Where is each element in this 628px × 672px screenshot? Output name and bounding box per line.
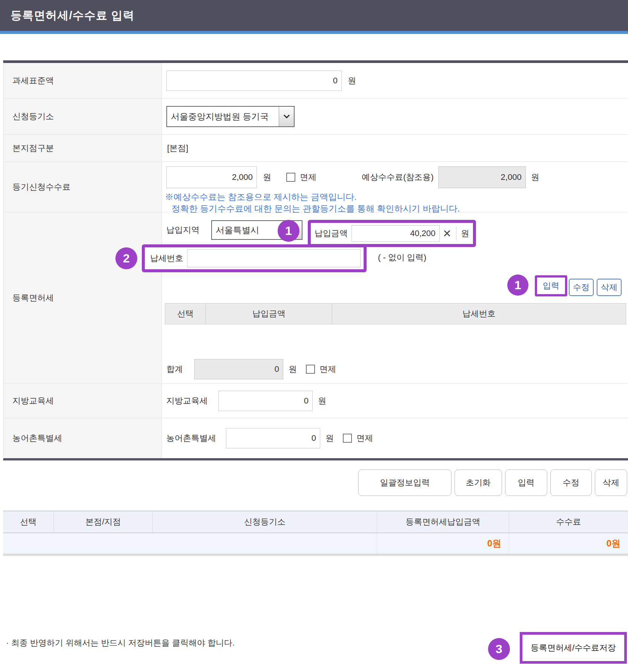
- pay-region-selected: 서울특별시: [212, 221, 287, 239]
- education-tax-label: 지방교육세: [12, 395, 54, 407]
- rural-tax-input[interactable]: [226, 428, 320, 448]
- summary-cell-select: [3, 533, 54, 554]
- total-exempt-checkbox[interactable]: [306, 365, 315, 374]
- license-total-line: 합계 원 면제: [166, 359, 336, 380]
- row-registry-office: 신청등기소 서울중앙지방법원 등기국: [3, 99, 628, 135]
- row-rural-tax: 농어촌특별세 농어촌특별세 원 면제: [3, 418, 628, 458]
- summary-cell-license-amount: 0원: [377, 533, 509, 554]
- clear-amount-icon[interactable]: ✕: [443, 227, 451, 240]
- tax-base-input[interactable]: [166, 71, 342, 91]
- step-3-badge: 3: [488, 638, 510, 660]
- grid-header-select: 선택: [165, 304, 206, 324]
- registry-office-selected: 서울중앙지방법원 등기국: [167, 107, 279, 126]
- license-input-button[interactable]: 입력: [535, 275, 567, 296]
- application-fee-input[interactable]: [166, 166, 257, 188]
- title-underline: [0, 31, 628, 34]
- estimate-fee-label: 예상수수료(참조용): [362, 172, 434, 183]
- grid-header-amount: 납입금액: [206, 304, 332, 324]
- rural-tax-field-label: 농어촌특별세: [166, 433, 216, 444]
- summary-header-license-amount: 등록면허세납입금액: [377, 511, 509, 532]
- license-edit-button[interactable]: 수정: [569, 279, 594, 296]
- edit-button[interactable]: 수정: [550, 469, 592, 496]
- summary-cell-branch: [54, 533, 152, 554]
- rural-tax-exempt-checkbox[interactable]: [343, 434, 352, 443]
- pay-amount-unit: 원: [461, 228, 469, 239]
- fee-note-line1: ※예상수수료는 참조용으로 제시하는 금액입니다.: [165, 191, 628, 203]
- summary-header: 선택 본점/지점 신청등기소 등록면허세납입금액 수수료: [3, 511, 628, 533]
- total-unit: 원: [289, 364, 297, 375]
- step-1-badge: 1: [278, 220, 299, 242]
- education-tax-input[interactable]: [218, 391, 313, 411]
- highlight-box-pay-amount: 납입금액 ✕ 원: [308, 220, 476, 247]
- education-tax-unit: 원: [318, 395, 326, 407]
- application-fee-unit: 원: [263, 172, 271, 183]
- summary-header-select: 선택: [3, 511, 54, 532]
- tax-base-label: 과세표준액: [12, 75, 54, 86]
- summary-data-row[interactable]: 0원 0원: [3, 533, 628, 556]
- bulk-info-input-button[interactable]: 일괄정보입력: [358, 469, 451, 496]
- license-grid-header: 선택 납입금액 납세번호: [165, 303, 626, 324]
- total-exempt-label: 면제: [319, 364, 336, 375]
- page: 등록면허세/수수료 입력 과세표준액 원 신청등기소 서울중앙지방법원 등기국: [0, 0, 628, 672]
- license-delete-button[interactable]: 삭제: [597, 279, 622, 296]
- page-title: 등록면허세/수수료 입력: [11, 8, 135, 23]
- title-bar: 등록면허세/수수료 입력: [0, 0, 628, 31]
- save-reminder-note: · 최종 반영하기 위해서는 반드시 저장버튼을 클릭해야 합니다.: [6, 637, 235, 649]
- license-tax-label: 등록면허세: [12, 292, 54, 304]
- divider: [456, 226, 456, 241]
- application-fee-exempt-checkbox[interactable]: [286, 173, 295, 182]
- rural-tax-unit: 원: [326, 433, 334, 444]
- input-button[interactable]: 입력: [505, 469, 547, 496]
- reset-button[interactable]: 초기화: [454, 469, 502, 496]
- rural-tax-exempt-label: 면제: [356, 433, 373, 444]
- fee-notes: ※예상수수료는 참조용으로 제시하는 금액입니다. 정확한 등기수수료에 대한 …: [165, 191, 628, 215]
- grid-header-tax-number: 납세번호: [332, 304, 626, 324]
- row-education-tax: 지방교육세 지방교육세 원: [3, 384, 628, 418]
- tax-number-input[interactable]: [187, 249, 361, 267]
- save-license-fee-button[interactable]: 등록면허세/수수료저장: [520, 632, 627, 664]
- pay-amount-label: 납입금액: [311, 228, 348, 239]
- education-tax-field-label: 지방교육세: [166, 395, 208, 407]
- row-tax-base: 과세표준액 원: [3, 63, 628, 99]
- summary-cell-fee: 0원: [509, 533, 628, 554]
- summary-header-registry: 신청등기소: [152, 511, 377, 532]
- highlight-box-tax-number: 납세번호: [142, 244, 367, 272]
- step-2-badge: 2: [115, 247, 137, 269]
- pay-region-label: 납입지역: [166, 220, 200, 240]
- registry-office-label: 신청등기소: [12, 111, 54, 122]
- summary-header-fee: 수수료: [509, 511, 628, 532]
- rural-tax-label: 농어촌특별세: [12, 433, 62, 444]
- total-label: 합계: [166, 364, 183, 375]
- summary-table: 선택 본점/지점 신청등기소 등록면허세납입금액 수수료 0원 0원: [3, 511, 628, 556]
- estimate-fee-unit: 원: [531, 172, 539, 183]
- branch-type-label: 본지점구분: [12, 143, 54, 154]
- branch-type-value: [본점]: [167, 143, 188, 154]
- step-1-badge-buttons: 1: [507, 275, 528, 296]
- application-fee-exempt-label: 면제: [300, 172, 316, 183]
- pay-amount-input[interactable]: [352, 225, 440, 242]
- tax-number-label: 납세번호: [145, 253, 183, 264]
- row-application-fee: 등기신청수수료 원 면제 예상수수료(참조용) 원 ※예상수수료는 참조용으로 …: [3, 162, 628, 212]
- total-input: [194, 359, 283, 379]
- chevron-down-icon: [279, 107, 294, 126]
- summary-header-branch: 본점/지점: [54, 511, 152, 532]
- delete-button[interactable]: 삭제: [595, 469, 627, 496]
- tax-base-unit: 원: [348, 75, 356, 86]
- summary-cell-registry: [152, 533, 377, 554]
- tax-number-hint: ( - 없이 입력): [378, 244, 426, 271]
- application-fee-label: 등기신청수수료: [12, 181, 71, 193]
- registry-office-select[interactable]: 서울중앙지방법원 등기국: [166, 106, 295, 127]
- row-branch-type: 본지점구분 [본점]: [3, 135, 628, 162]
- estimate-fee-input: [438, 166, 526, 188]
